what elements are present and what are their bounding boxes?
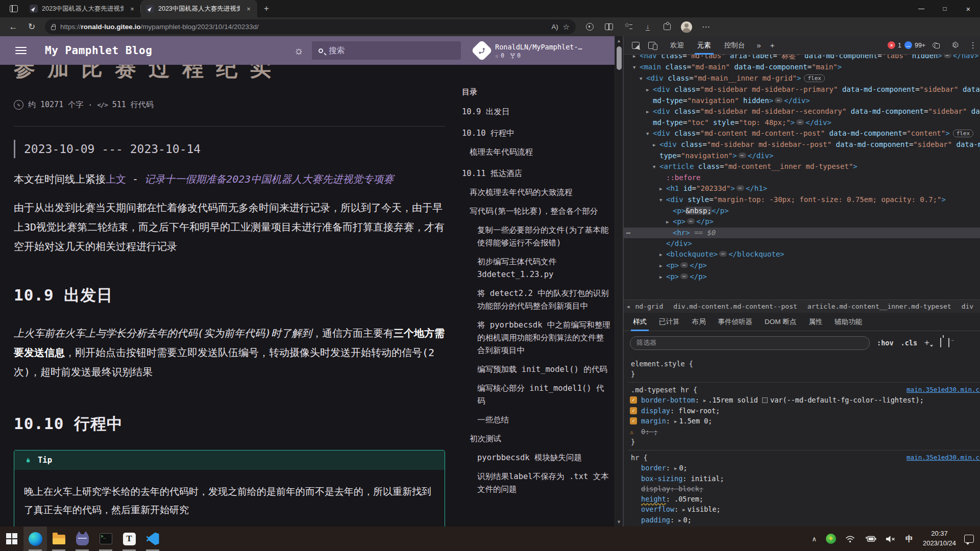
styles-tab-已计算[interactable]: 已计算 bbox=[653, 313, 686, 331]
dom-tree-row[interactable]: ▶<nav class="md-tabs" aria-label="标签" da… bbox=[624, 55, 980, 62]
twisty-icon[interactable]: ▼ bbox=[633, 62, 640, 73]
dom-tree-row[interactable]: ▶<h1 id="20233d">⋯</h1> bbox=[624, 183, 980, 194]
toc-item[interactable]: 一些总结 bbox=[462, 414, 611, 427]
css-property[interactable]: border: ▶0; bbox=[628, 463, 980, 473]
devtools-kebab-icon[interactable]: ⋮ bbox=[965, 38, 980, 53]
color-swatch-icon[interactable] bbox=[762, 397, 768, 403]
site-title[interactable]: My Pamphlet Blog bbox=[45, 44, 152, 57]
prev-post-link[interactable]: 上文 bbox=[106, 173, 126, 185]
breadcrumb-item[interactable]: article.md-content__inner.md-typeset bbox=[804, 302, 955, 311]
dom-tree-row[interactable]: ▶<p>⋯</p> bbox=[624, 260, 980, 271]
browser-tab[interactable]: 2023中国机器人大赛先进视觉专× bbox=[141, 0, 257, 17]
read-aloud-button[interactable]: A) bbox=[552, 23, 558, 31]
toggle-class-button[interactable]: .cls bbox=[901, 339, 918, 347]
toc-item[interactable]: 编写核心部分 init_model1() 代码 bbox=[462, 382, 611, 408]
property-checkbox-icon[interactable]: ✓ bbox=[630, 417, 637, 424]
devtools-tab-元素[interactable]: 元素 bbox=[691, 36, 718, 55]
tray-chevron-icon[interactable]: ∧ bbox=[807, 527, 821, 551]
property-name[interactable]: border bbox=[641, 464, 666, 472]
page-scrollbar[interactable]: ▲ ▼ bbox=[615, 36, 623, 527]
dom-tree-row[interactable]: ▼<main class="md-main" data-md-component… bbox=[624, 62, 980, 73]
expand-value-icon[interactable]: ▶ bbox=[682, 507, 685, 512]
inspect-element-icon[interactable] bbox=[628, 38, 643, 53]
styles-tab-属性[interactable]: 属性 bbox=[802, 313, 828, 331]
favorite-star-button[interactable]: ☆ bbox=[563, 22, 570, 32]
taskbar-typora[interactable]: T bbox=[117, 527, 141, 551]
twisty-icon[interactable]: ▶ bbox=[659, 261, 666, 271]
devtools-tab-欢迎[interactable]: 欢迎 bbox=[664, 36, 691, 55]
toc-item[interactable]: 初次测试 bbox=[462, 433, 611, 445]
inline-expand-icon[interactable]: ⋯ bbox=[680, 262, 688, 268]
close-window-button[interactable]: × bbox=[957, 0, 980, 17]
styles-tab-样式[interactable]: 样式 bbox=[627, 313, 653, 331]
crumbs-left-icon[interactable]: ◀ bbox=[626, 304, 630, 309]
toc-item[interactable]: 10.9 出发日 bbox=[462, 106, 611, 118]
styles-tab-辅助功能[interactable]: 辅助功能 bbox=[828, 313, 868, 331]
flex-badge[interactable]: flex bbox=[804, 74, 825, 82]
inline-expand-icon[interactable]: ⋯ bbox=[796, 119, 804, 125]
more-tabs-icon[interactable]: » bbox=[753, 41, 765, 49]
twisty-icon[interactable]: ▶ bbox=[646, 85, 653, 95]
clock[interactable]: 20:37 2023/10/24 bbox=[918, 529, 961, 548]
tray-green-app-icon[interactable] bbox=[821, 527, 841, 551]
expand-value-icon[interactable]: ▶ bbox=[678, 518, 681, 523]
dom-tree-row[interactable]: ▼<div class="md-main__inner md-grid">fle… bbox=[624, 73, 980, 84]
tab-actions-button[interactable] bbox=[6, 3, 21, 14]
toc-item[interactable]: pyorbbecsdk 模块缺失问题 bbox=[462, 452, 611, 464]
css-property[interactable]: ✓border-bottom: ▶.15rem solid var(--md-d… bbox=[628, 395, 980, 406]
property-name[interactable]: box-sizing bbox=[641, 474, 682, 483]
error-badge[interactable]: ×1 bbox=[888, 41, 901, 49]
twisty-icon[interactable]: ▼ bbox=[659, 195, 666, 206]
property-name[interactable]: margin bbox=[641, 417, 666, 425]
maximize-button[interactable]: □ bbox=[933, 0, 957, 17]
styles-tab-DOM 断点[interactable]: DOM 断点 bbox=[758, 313, 802, 331]
refresh-button[interactable]: ↻ bbox=[23, 19, 40, 35]
styles-tab-事件侦听器[interactable]: 事件侦听器 bbox=[712, 313, 759, 331]
dom-tree-row[interactable]: ▶<blockquote>⋯</blockquote> bbox=[624, 249, 980, 260]
taskbar-terminal[interactable]: >_ bbox=[94, 527, 117, 551]
css-property[interactable]: display: block; bbox=[628, 484, 980, 494]
twisty-icon[interactable]: ▶ bbox=[666, 217, 673, 228]
prev-post-title-link[interactable]: 记录十一假期准备2023中国机器人大赛先进视觉专项赛 bbox=[144, 173, 394, 185]
rule-selector[interactable]: .md-typeset hr bbox=[631, 386, 689, 394]
property-name[interactable]: height bbox=[641, 495, 666, 503]
row-actions-icon[interactable]: ⋯ bbox=[626, 228, 631, 238]
brush-icon[interactable] bbox=[940, 338, 941, 347]
twisty-icon[interactable]: ▶ bbox=[653, 140, 659, 151]
expand-value-icon[interactable]: ▶ bbox=[674, 466, 677, 471]
toc-item[interactable]: 梳理去年代码流程 bbox=[462, 146, 611, 159]
extension-icon[interactable] bbox=[581, 19, 598, 35]
dom-tree-row[interactable]: ▶<p>⋯</p> bbox=[624, 216, 980, 228]
breadcrumb-item[interactable]: div bbox=[958, 302, 977, 311]
twisty-icon[interactable]: ▼ bbox=[640, 73, 646, 84]
toc-item[interactable]: 复制一些必要部分的文件(为了基本能使得能够运行不会报错) bbox=[462, 224, 611, 249]
split-screen-button[interactable] bbox=[600, 19, 618, 35]
stylesheet-link[interactable]: main.35e1ed30.min.css:1 bbox=[906, 453, 980, 463]
add-tab-icon[interactable]: + bbox=[766, 41, 779, 49]
twisty-icon[interactable]: ▶ bbox=[659, 184, 666, 194]
twisty-icon[interactable]: ▶ bbox=[633, 55, 640, 62]
menu-icon[interactable] bbox=[15, 47, 27, 55]
settings-gear-icon[interactable] bbox=[947, 38, 962, 53]
tab-close-icon[interactable]: × bbox=[128, 4, 137, 13]
inline-expand-icon[interactable]: ⋯ bbox=[687, 218, 695, 224]
search-input[interactable]: 搜索 bbox=[312, 41, 461, 60]
profile-avatar[interactable] bbox=[678, 19, 695, 35]
css-property[interactable]: overflow: ▶visible; bbox=[628, 504, 980, 515]
toc-item[interactable]: 将 pyorbbecsdk 中之前编写和整理的相机调用功能和分割算法的文件整合到… bbox=[462, 319, 611, 357]
css-property[interactable]: ✓display: flow-root; bbox=[628, 406, 980, 416]
scrollbar-thumb[interactable] bbox=[617, 46, 622, 70]
taskbar-file-explorer[interactable] bbox=[47, 527, 70, 551]
breadcrumb-item[interactable]: div.md-content.md-content--post bbox=[670, 302, 801, 311]
dom-tree-row[interactable]: ::before bbox=[624, 172, 980, 183]
css-property[interactable]: box-sizing: initial; bbox=[628, 473, 980, 484]
scroll-down-icon[interactable]: ▼ bbox=[615, 519, 623, 524]
minimize-button[interactable]: — bbox=[910, 0, 933, 17]
volume-muted-icon[interactable] bbox=[881, 527, 901, 551]
toc-item[interactable]: 将 detect2.2 中的队友打包的识别功能部分的代码整合到新项目中 bbox=[462, 287, 611, 313]
collections-button[interactable] bbox=[620, 19, 637, 35]
dom-tree-row[interactable]: ▶<div class="md-sidebar md-sidebar--post… bbox=[624, 139, 980, 161]
address-bar[interactable]: https://ronald-luo.gitee.io/mypamphlet-b… bbox=[45, 19, 576, 34]
browser-more-menu[interactable]: ⋯ bbox=[697, 19, 715, 35]
property-checkbox-icon[interactable]: ✓ bbox=[630, 396, 637, 404]
